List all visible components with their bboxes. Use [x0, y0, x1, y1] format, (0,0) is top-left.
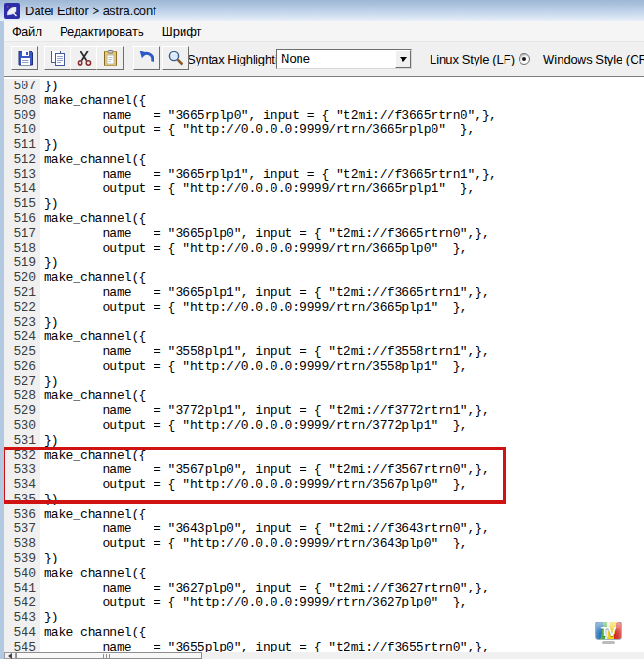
- code-line: 510 output = { "http://0.0.0.0:9999/rtrn…: [4, 123, 644, 138]
- code-line: 522 output = { "http://0.0.0.0:9999/rtrn…: [4, 300, 644, 315]
- line-text[interactable]: make_channel({: [40, 388, 146, 403]
- line-text[interactable]: make_channel({: [40, 153, 146, 168]
- menu-item-edit[interactable]: Редактировать: [51, 22, 154, 41]
- line-number: 541: [4, 581, 40, 596]
- line-number: 507: [4, 79, 40, 94]
- code-line: 517 name = "3665plp0", input = { "t2mi:/…: [4, 227, 644, 242]
- search-button[interactable]: [162, 46, 189, 70]
- line-text[interactable]: output = { "http://0.0.0.0:9999/rtrn/362…: [40, 595, 467, 610]
- line-text[interactable]: }): [40, 138, 59, 153]
- copy-button[interactable]: [44, 46, 71, 70]
- code-line: 523}): [4, 315, 644, 330]
- line-text[interactable]: output = { "http://0.0.0.0:9999/rtrn/356…: [40, 477, 467, 492]
- menu-item-file[interactable]: Файл: [4, 22, 51, 41]
- line-text[interactable]: output = { "http://0.0.0.0:9999/rtrn/364…: [40, 536, 467, 551]
- line-text[interactable]: name = "3665plp1", input = { "t2mi://f36…: [40, 286, 490, 300]
- line-text[interactable]: name = "3643plp0", input = { "t2mi://f36…: [40, 521, 490, 536]
- code-line: 519}): [4, 256, 644, 271]
- title-bar[interactable]: Datei Editor > astra.conf: [0, 0, 644, 21]
- line-number: 537: [4, 521, 40, 536]
- line-text[interactable]: name = "3655plp0", input = { "t2mi://f36…: [40, 640, 490, 652]
- line-number: 519: [4, 256, 40, 271]
- syntax-highlighting-value: None: [277, 50, 395, 68]
- code-editor[interactable]: 507})508make_channel({509 name = "3665rp…: [4, 77, 644, 652]
- line-text[interactable]: make_channel({: [40, 330, 146, 344]
- line-text[interactable]: make_channel({: [40, 212, 146, 227]
- line-text[interactable]: }): [40, 256, 59, 271]
- line-number: 532: [4, 448, 40, 463]
- line-text[interactable]: make_channel({: [40, 448, 146, 463]
- code-line: 535}): [4, 492, 644, 507]
- line-text[interactable]: make_channel({: [40, 507, 146, 522]
- line-text[interactable]: }): [40, 492, 59, 507]
- windows-style-label: Windows Style (CR/LF): [543, 52, 644, 66]
- line-text[interactable]: make_channel({: [40, 271, 146, 286]
- line-number: 527: [4, 374, 40, 389]
- line-text[interactable]: output = { "http://0.0.0.0:9999/rtrn/355…: [40, 359, 467, 374]
- floppy-disk-icon: [16, 49, 35, 67]
- line-text[interactable]: name = "3665plp0", input = { "t2mi://f36…: [40, 227, 490, 242]
- toolbar: Syntax Highlighting: None Linux Style (L…: [4, 42, 644, 77]
- line-text[interactable]: }): [40, 315, 59, 330]
- undo-button[interactable]: [133, 46, 160, 70]
- line-text[interactable]: }): [40, 79, 59, 94]
- scroll-left-arrow-button[interactable]: [4, 652, 16, 659]
- line-text[interactable]: name = "3567plp0", input = { "t2mi://f35…: [40, 462, 490, 477]
- line-text[interactable]: }): [40, 374, 59, 389]
- syntax-highlighting-select[interactable]: None: [276, 49, 412, 69]
- code-line: 518 output = { "http://0.0.0.0:9999/rtrn…: [4, 242, 644, 256]
- copy-pages-icon: [49, 49, 67, 67]
- line-number: 518: [4, 242, 40, 256]
- line-text[interactable]: make_channel({: [40, 94, 146, 109]
- save-button[interactable]: [11, 46, 38, 70]
- scrollbar-thumb[interactable]: [16, 652, 202, 659]
- code-line: 513 name = "3665rplp1", input = { "t2mi:…: [4, 168, 644, 183]
- line-text[interactable]: }): [40, 197, 59, 212]
- scrollbar-grip: [103, 654, 111, 658]
- code-line: 531}): [4, 433, 644, 448]
- line-number: 522: [4, 300, 40, 315]
- menu-item-font[interactable]: Шрифт: [154, 22, 212, 41]
- line-text[interactable]: name = "3665rplp1", input = { "t2mi://f3…: [40, 168, 497, 183]
- paste-button[interactable]: [96, 46, 124, 70]
- line-text[interactable]: output = { "http://0.0.0.0:9999/rtrn/366…: [40, 182, 475, 197]
- cut-button[interactable]: [70, 46, 97, 70]
- line-text[interactable]: name = "3627plp0", input = { "t2mi://f36…: [40, 581, 490, 596]
- line-number: 530: [4, 418, 40, 433]
- line-text[interactable]: name = "3772plp1", input = { "t2mi://f37…: [40, 403, 490, 418]
- horizontal-scrollbar[interactable]: [4, 652, 644, 659]
- code-line: 543}): [4, 610, 644, 625]
- line-text[interactable]: name = "3665rplp0", input = { "t2mi://f3…: [40, 109, 497, 124]
- scissors-icon: [75, 49, 94, 67]
- line-number: 523: [4, 315, 40, 330]
- code-line: 515}): [4, 197, 644, 212]
- line-text[interactable]: make_channel({: [40, 625, 146, 640]
- line-text[interactable]: output = { "http://0.0.0.0:9999/rtrn/366…: [40, 242, 467, 256]
- line-number: 515: [4, 197, 40, 212]
- code-line: 533 name = "3567plp0", input = { "t2mi:/…: [4, 462, 644, 477]
- line-text[interactable]: }): [40, 433, 59, 448]
- undo-arrow-icon: [138, 49, 156, 67]
- combo-dropdown-button[interactable]: [395, 50, 411, 68]
- line-number: 543: [4, 610, 40, 625]
- linux-style-radio[interactable]: [519, 53, 530, 65]
- line-text[interactable]: output = { "http://0.0.0.0:9999/rtrn/366…: [40, 300, 467, 315]
- line-number: 525: [4, 344, 40, 359]
- line-number: 526: [4, 359, 40, 374]
- tv-logo-text: TV: [596, 622, 621, 639]
- line-text[interactable]: output = { "http://0.0.0.0:9999/rtrn/366…: [40, 123, 475, 138]
- tv-logo: TV: [594, 622, 622, 647]
- line-text[interactable]: make_channel({: [40, 566, 146, 581]
- caret-down-icon: [400, 57, 407, 62]
- code-line: 527}): [4, 374, 644, 389]
- line-text[interactable]: }): [40, 610, 59, 625]
- line-number: 510: [4, 123, 40, 138]
- code-line: 508make_channel({: [4, 94, 644, 109]
- linux-style-label: Linux Style (LF): [430, 52, 515, 66]
- line-number: 524: [4, 330, 40, 344]
- line-text[interactable]: name = "3558plp1", input = { "t2mi://f35…: [40, 344, 490, 359]
- code-line: 530 output = { "http://0.0.0.0:9999/rtrn…: [4, 418, 644, 433]
- code-line: 514 output = { "http://0.0.0.0:9999/rtrn…: [4, 182, 644, 197]
- line-text[interactable]: }): [40, 551, 59, 566]
- line-text[interactable]: output = { "http://0.0.0.0:9999/rtrn/377…: [40, 418, 467, 433]
